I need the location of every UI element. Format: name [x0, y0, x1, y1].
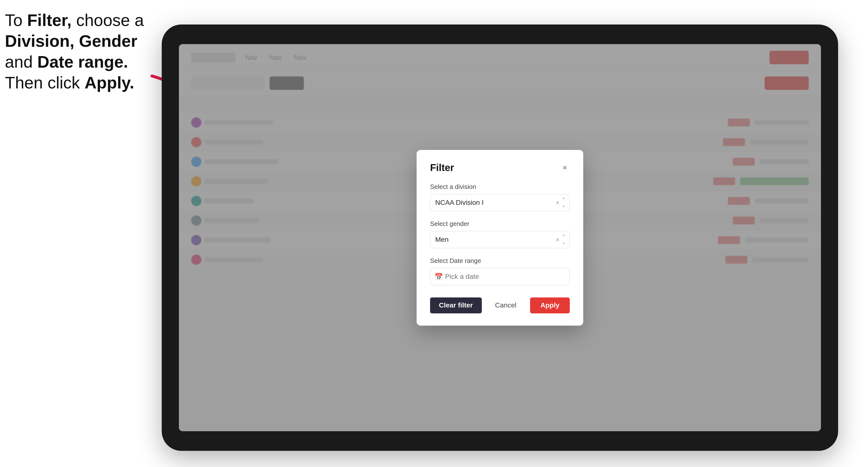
clear-filter-button[interactable]: Clear filter	[430, 298, 482, 313]
division-select-wrapper: NCAA Division I × ⌃⌄	[430, 194, 570, 211]
cancel-button[interactable]: Cancel	[486, 298, 525, 313]
gender-clear-icon[interactable]: ×	[556, 237, 559, 243]
tablet-frame: Nav Nav Nav	[162, 25, 838, 451]
calendar-icon: 📅	[434, 273, 443, 281]
division-select[interactable]: NCAA Division I	[430, 194, 570, 211]
gender-select-wrapper: Men × ⌃⌄	[430, 231, 570, 248]
close-button[interactable]: ×	[560, 163, 570, 173]
division-select-icons: × ⌃⌄	[556, 197, 566, 208]
division-clear-icon[interactable]: ×	[556, 199, 559, 206]
date-range-field: Select Date range 📅	[430, 257, 570, 285]
gender-arrow-icon: ⌃⌄	[561, 234, 566, 245]
instruction-line2: Division, Gender	[5, 32, 137, 50]
instruction-block: To Filter, choose a Division, Gender and…	[5, 10, 147, 93]
division-field: Select a division NCAA Division I × ⌃⌄	[430, 183, 570, 211]
instruction-line3: and Date range.	[5, 53, 128, 71]
gender-select[interactable]: Men	[430, 231, 570, 248]
modal-footer: Clear filter Cancel Apply	[430, 298, 570, 313]
division-arrow-icon: ⌃⌄	[561, 197, 566, 208]
modal-overlay: Filter × Select a division NCAA Division…	[179, 44, 821, 431]
gender-select-icons: × ⌃⌄	[556, 234, 566, 245]
modal-header: Filter ×	[430, 162, 570, 173]
date-input[interactable]	[430, 268, 570, 285]
date-input-wrapper: 📅	[430, 268, 570, 285]
gender-label: Select gender	[430, 220, 570, 228]
division-label: Select a division	[430, 183, 570, 191]
modal-title: Filter	[430, 162, 454, 173]
date-range-label: Select Date range	[430, 257, 570, 264]
filter-modal: Filter × Select a division NCAA Division…	[416, 150, 583, 325]
gender-field: Select gender Men × ⌃⌄	[430, 220, 570, 248]
tablet-screen: Nav Nav Nav	[179, 44, 821, 431]
instruction-line4: Then click Apply.	[5, 73, 134, 92]
apply-button[interactable]: Apply	[530, 298, 570, 313]
instruction-line1: To Filter, choose a	[5, 11, 144, 29]
footer-right-actions: Cancel Apply	[486, 298, 570, 313]
